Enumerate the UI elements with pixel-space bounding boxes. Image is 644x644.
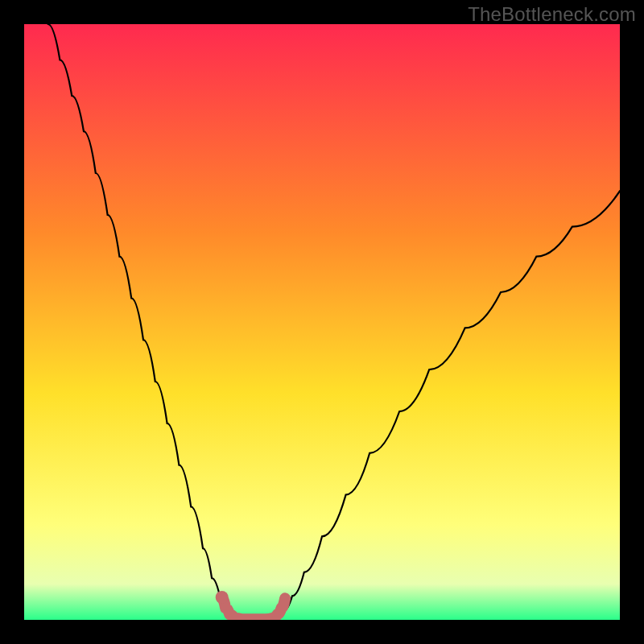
- plot-area: [24, 24, 620, 620]
- gradient-background: [24, 24, 620, 620]
- highlight-dot: [216, 591, 229, 604]
- chart-svg: [24, 24, 620, 620]
- watermark-text: TheBottleneck.com: [468, 3, 636, 26]
- chart-frame: TheBottleneck.com: [0, 0, 644, 644]
